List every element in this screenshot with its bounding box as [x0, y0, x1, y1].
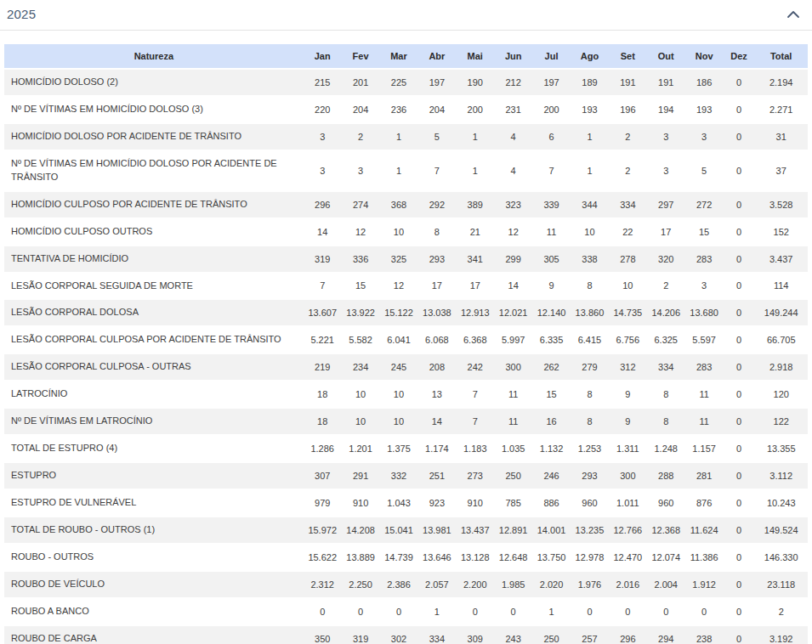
value-cell: 320 [647, 246, 685, 272]
value-cell: 197 [532, 70, 571, 95]
table-row: LESÃO CORPORAL CULPOSA - OUTRAS219234245… [4, 354, 808, 380]
value-cell: 339 [532, 192, 571, 217]
table-row: TOTAL DE ESTUPRO (4)1.2861.2011.3751.174… [4, 436, 808, 461]
value-cell: 0 [342, 599, 380, 624]
value-cell: 1 [380, 124, 418, 150]
table-row: HOMICÍDIO CULPOSO OUTROS1412108211211102… [4, 219, 808, 245]
value-cell: 7 [304, 274, 342, 299]
value-cell: 273 [456, 463, 494, 489]
value-cell: 17 [456, 274, 494, 299]
value-cell: 5.582 [342, 327, 380, 353]
value-cell: 305 [532, 246, 571, 272]
natureza-cell: LESÃO CORPORAL SEGUIDA DE MORTE [4, 274, 304, 299]
value-cell: 15.041 [380, 517, 418, 543]
value-cell: 283 [685, 354, 724, 380]
value-cell: 2.194 [754, 70, 808, 95]
value-cell: 341 [456, 246, 494, 272]
value-cell: 334 [417, 626, 456, 644]
value-cell: 0 [724, 490, 755, 516]
table-row: HOMICÍDIO CULPOSO POR ACIDENTE DE TRÂNSI… [4, 192, 808, 217]
value-cell: 294 [647, 626, 685, 644]
value-cell: 5.221 [304, 327, 342, 353]
crime-statistics-table: NaturezaJanFevMarAbrMaiJunJulAgoSetOutNo… [4, 42, 808, 644]
natureza-cell: ESTUPRO [4, 463, 304, 489]
value-cell: 37 [754, 151, 808, 190]
value-cell: 12 [380, 274, 418, 299]
value-cell: 3 [342, 151, 380, 190]
value-cell: 923 [417, 490, 456, 516]
table-row: HOMICÍDIO DOLOSO (2)21520122519719021219… [4, 70, 808, 95]
value-cell: 6.068 [417, 327, 456, 353]
header-row: NaturezaJanFevMarAbrMaiJunJulAgoSetOutNo… [4, 44, 808, 68]
value-cell: 960 [647, 490, 685, 516]
value-cell: 16 [532, 409, 571, 434]
value-cell: 0 [456, 599, 494, 624]
value-cell: 6.756 [609, 327, 647, 353]
value-cell: 7 [532, 151, 571, 190]
value-cell: 11 [494, 381, 532, 407]
value-cell: 2.271 [754, 97, 808, 122]
value-cell: 10 [380, 381, 418, 407]
value-cell: 296 [304, 192, 342, 217]
value-cell: 242 [456, 354, 494, 380]
value-cell: 11.386 [685, 545, 724, 570]
value-cell: 14 [494, 274, 532, 299]
table-row: TOTAL DE ROUBO - OUTROS (1)15.97214.2081… [4, 517, 808, 543]
value-cell: 0 [724, 246, 755, 272]
value-cell: 15.122 [380, 300, 418, 325]
natureza-cell: LESÃO CORPORAL DOLOSA [4, 300, 304, 325]
value-cell: 12.891 [494, 517, 532, 543]
value-cell: 334 [609, 192, 647, 217]
column-header: Nov [685, 44, 724, 68]
natureza-cell: Nº DE VÍTIMAS EM LATROCÍNIO [4, 409, 304, 434]
value-cell: 0 [380, 599, 418, 624]
value-cell: 0 [685, 599, 724, 624]
natureza-cell: HOMICÍDIO DOLOSO (2) [4, 70, 304, 95]
value-cell: 1.174 [417, 436, 456, 461]
value-cell: 6.325 [647, 327, 685, 353]
value-cell: 13.235 [571, 517, 609, 543]
value-cell: 220 [304, 97, 342, 122]
value-cell: 2.004 [647, 572, 685, 597]
value-cell: 12.470 [609, 545, 647, 570]
value-cell: 7 [417, 151, 456, 190]
natureza-cell: Nº DE VÍTIMAS EM HOMICÍDIO DOLOSO POR AC… [4, 151, 304, 190]
value-cell: 0 [724, 463, 755, 489]
value-cell: 23.118 [754, 572, 808, 597]
value-cell: 300 [609, 463, 647, 489]
collapse-button[interactable] [783, 8, 803, 20]
value-cell: 0 [494, 599, 532, 624]
value-cell: 1.157 [685, 436, 724, 461]
value-cell: 288 [647, 463, 685, 489]
value-cell: 1.912 [685, 572, 724, 597]
value-cell: 0 [724, 192, 755, 217]
value-cell: 2.386 [380, 572, 418, 597]
value-cell: 1.286 [304, 436, 342, 461]
value-cell: 149.524 [754, 517, 808, 543]
natureza-cell: Nº DE VÍTIMAS EM HOMICÍDIO DOLOSO (3) [4, 97, 304, 122]
value-cell: 325 [380, 246, 418, 272]
value-cell: 1.985 [494, 572, 532, 597]
column-header: Set [609, 44, 647, 68]
value-cell: 8 [417, 219, 456, 245]
natureza-cell: HOMICÍDIO CULPOSO POR ACIDENTE DE TRÂNSI… [4, 192, 304, 217]
value-cell: 1 [571, 124, 609, 150]
value-cell: 389 [456, 192, 494, 217]
value-cell: 0 [724, 151, 755, 190]
value-cell: 0 [724, 219, 755, 245]
value-cell: 3.192 [754, 626, 808, 644]
value-cell: 4 [494, 151, 532, 190]
value-cell: 293 [417, 246, 456, 272]
value-cell: 10 [380, 409, 418, 434]
value-cell: 9 [609, 409, 647, 434]
accordion-header[interactable]: 2025 [0, 0, 812, 30]
value-cell: 0 [724, 599, 755, 624]
value-cell: 1 [417, 599, 456, 624]
value-cell: 2 [609, 151, 647, 190]
value-cell: 194 [647, 97, 685, 122]
value-cell: 13.981 [417, 517, 456, 543]
value-cell: 21 [456, 219, 494, 245]
value-cell: 3.437 [754, 246, 808, 272]
table-row: ROUBO DE VEÍCULO2.3122.2502.3862.0572.20… [4, 572, 808, 597]
value-cell: 3 [304, 151, 342, 190]
